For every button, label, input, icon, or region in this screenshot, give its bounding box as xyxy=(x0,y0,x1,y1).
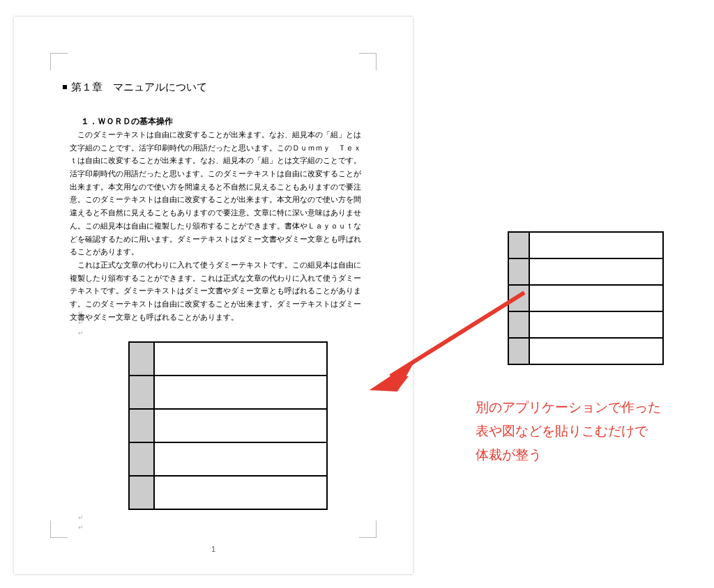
table-header-cell xyxy=(129,476,154,509)
table-cell xyxy=(154,409,327,442)
table-header-cell xyxy=(129,409,154,442)
caption-line-1: 別のアプリケーションで作った xyxy=(476,396,713,419)
table-row xyxy=(129,409,327,442)
page-number: 1 xyxy=(14,545,413,553)
paragraph-1: このダミーテキストは自由に改変することが出来ます。なお、組見本の「組」とは文字組… xyxy=(70,128,361,258)
table-header-cell xyxy=(129,376,154,409)
table-header-cell xyxy=(508,232,529,258)
embedded-table xyxy=(128,341,328,510)
table-cell xyxy=(529,311,663,338)
table-row xyxy=(129,476,327,509)
table-cell xyxy=(154,476,327,509)
table-cell xyxy=(529,232,663,258)
caption-line-2: 表や図などを貼りこむだけで xyxy=(476,419,713,443)
table-row xyxy=(129,342,327,376)
table-header-cell xyxy=(129,442,154,476)
chapter-title-text: 第１章 マニュアルについて xyxy=(71,81,207,93)
table-header-cell xyxy=(508,338,529,364)
chapter-title: 第１章 マニュアルについて xyxy=(63,81,207,94)
table-row xyxy=(508,232,663,258)
crop-mark-top-left xyxy=(50,53,68,70)
table-row xyxy=(508,285,663,311)
crop-mark-top-right xyxy=(359,53,377,70)
body-text: このダミーテキストは自由に改変することが出来ます。なお、組見本の「組」とは文字組… xyxy=(70,128,361,323)
table-row xyxy=(508,311,663,338)
table-cell xyxy=(529,285,663,311)
table-header-cell xyxy=(508,285,529,311)
table-header-cell xyxy=(508,311,529,338)
table-header-cell xyxy=(129,342,154,376)
annotation-caption: 別のアプリケーションで作った 表や図などを貼りこむだけで 体裁が整う xyxy=(476,396,713,467)
section-title: １．ＷＯＲＤの基本操作 xyxy=(81,116,173,127)
source-table xyxy=(508,231,664,365)
crop-mark-bottom-right xyxy=(359,520,377,538)
table-row xyxy=(129,376,327,409)
paragraph-2: これは正式な文章の代わりに入れて使うダミーテキストです。この組見本は自由に複製し… xyxy=(70,258,361,323)
table-cell xyxy=(154,442,327,476)
crop-mark-bottom-left xyxy=(50,520,68,538)
table-cell xyxy=(529,338,663,364)
table-cell xyxy=(154,342,327,376)
caption-line-3: 体裁が整う xyxy=(476,443,713,467)
document-page: 第１章 マニュアルについて １．ＷＯＲＤの基本操作 このダミーテキストは自由に改… xyxy=(14,17,413,574)
paragraph-marks-upper: ↵↵↵ xyxy=(78,308,84,338)
table-row xyxy=(508,258,663,285)
bullet-icon xyxy=(63,85,67,89)
table-cell xyxy=(154,376,327,409)
paragraph-marks-lower: ↵↵ xyxy=(78,513,84,533)
table-header-cell xyxy=(508,258,529,285)
table-cell xyxy=(529,258,663,285)
table-row xyxy=(129,442,327,476)
table-row xyxy=(508,338,663,364)
canvas: 第１章 マニュアルについて １．ＷＯＲＤの基本操作 このダミーテキストは自由に改… xyxy=(0,0,714,588)
